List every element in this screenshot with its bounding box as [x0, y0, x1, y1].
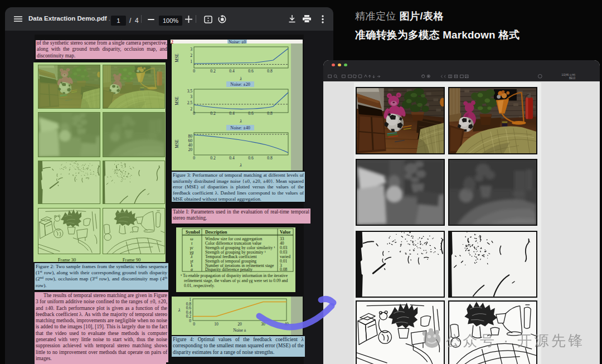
svg-text:0.4: 0.4 [229, 111, 235, 116]
svg-text:0.4: 0.4 [229, 69, 235, 74]
svg-text:0: 0 [193, 69, 195, 74]
svg-text:2.5: 2.5 [187, 100, 193, 105]
svg-text:2: 2 [190, 53, 192, 58]
svg-text:0.08: 0.08 [280, 267, 287, 272]
svg-text:0.8: 0.8 [267, 156, 273, 161]
svg-text:Value: Value [280, 230, 291, 235]
svg-text:0: 0 [193, 111, 195, 116]
svg-text:0.6: 0.6 [248, 156, 254, 161]
svg-text:Noise: ±20: Noise: ±20 [230, 82, 250, 87]
svg-text:3.5: 3.5 [187, 89, 193, 94]
svg-text:20: 20 [237, 322, 242, 327]
svg-text:BE13: BE13 [569, 77, 576, 80]
svg-text:1/2(46 分钟): 1/2(46 分钟) [561, 73, 575, 76]
svg-text:λ: λ [178, 308, 181, 313]
svg-text:3: 3 [190, 94, 192, 99]
svg-text:¹ To enable propagation of dis: ¹ To enable propagation of disparity inf… [181, 273, 288, 278]
svg-text:Symbol: Symbol [186, 230, 201, 235]
svg-text:0.8: 0.8 [267, 111, 273, 116]
svg-text:Noise ±: Noise ± [233, 328, 246, 333]
svg-text:MSE: MSE [174, 96, 179, 105]
svg-text:1: 1 [190, 59, 192, 64]
svg-text:0.2: 0.2 [210, 111, 216, 116]
svg-text:0: 0 [189, 318, 191, 323]
svg-text:0.4: 0.4 [229, 156, 235, 161]
svg-text:0.01, respectively.: 0.01, respectively. [184, 283, 215, 288]
svg-text:2: 2 [190, 106, 192, 111]
svg-text:λ: λ [239, 163, 242, 168]
svg-text:0.6: 0.6 [248, 69, 254, 74]
svg-text:0.2: 0.2 [210, 69, 216, 74]
svg-text:0.6: 0.6 [248, 111, 254, 116]
svg-text:20: 20 [188, 147, 193, 152]
svg-text:3: 3 [190, 47, 192, 52]
svg-text:Noise: ±40: Noise: ±40 [230, 125, 250, 130]
svg-text:0: 0 [193, 322, 195, 327]
svg-text:0: 0 [193, 156, 195, 161]
svg-text:0.8: 0.8 [267, 69, 273, 74]
svg-text:λ: λ [239, 76, 242, 81]
svg-text:10: 10 [214, 322, 219, 327]
svg-text:Disparity difference penalty: Disparity difference penalty [205, 267, 253, 272]
svg-text:MSE: MSE [174, 54, 179, 62]
svg-text:Description: Description [205, 230, 227, 235]
svg-text:λ: λ [239, 119, 242, 124]
svg-text:MSE: MSE [174, 139, 179, 148]
svg-text:0.2: 0.2 [210, 156, 216, 161]
